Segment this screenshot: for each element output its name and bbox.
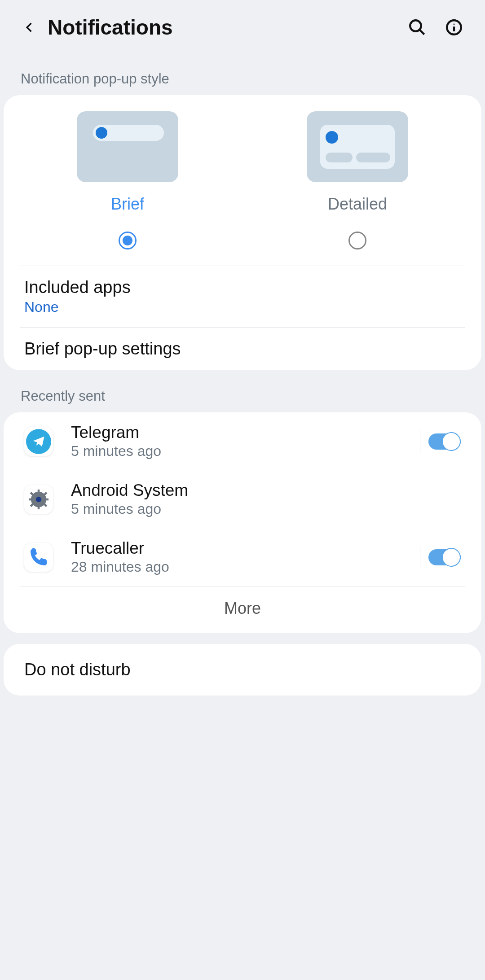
app-row-android-system[interactable]: Android System 5 minutes ago xyxy=(4,470,481,528)
toggle-truecaller[interactable] xyxy=(428,549,461,565)
search-icon[interactable] xyxy=(407,17,428,38)
app-name: Telegram xyxy=(71,423,420,442)
svg-rect-8 xyxy=(38,505,40,509)
brief-thumbnail xyxy=(77,111,178,182)
detailed-radio[interactable] xyxy=(348,232,366,249)
brief-label: Brief xyxy=(111,195,144,214)
app-time: 5 minutes ago xyxy=(71,443,420,459)
page-title: Notifications xyxy=(48,15,407,39)
svg-rect-9 xyxy=(29,498,33,500)
back-icon[interactable] xyxy=(21,18,39,36)
section-label-recent: Recently sent xyxy=(0,370,485,412)
brief-radio[interactable] xyxy=(119,232,137,249)
style-option-brief[interactable]: Brief xyxy=(42,111,213,266)
app-time: 28 minutes ago xyxy=(71,559,420,575)
header: Notifications xyxy=(0,0,485,53)
brief-popup-settings-label: Brief pop-up settings xyxy=(24,339,461,359)
toggle-telegram[interactable] xyxy=(428,433,461,450)
telegram-icon xyxy=(24,427,53,456)
detailed-label: Detailed xyxy=(328,195,387,214)
phone-icon xyxy=(24,543,53,572)
included-apps-row[interactable]: Included apps None xyxy=(4,266,481,327)
info-icon[interactable] xyxy=(444,17,464,38)
svg-rect-7 xyxy=(38,489,40,494)
do-not-disturb-row[interactable]: Do not disturb xyxy=(4,644,481,696)
more-button[interactable]: More xyxy=(4,586,481,633)
style-option-detailed[interactable]: Detailed xyxy=(272,111,443,266)
app-name: Android System xyxy=(71,481,461,500)
included-apps-title: Included apps xyxy=(24,278,461,297)
section-label-popup: Notification pop-up style xyxy=(0,53,485,95)
app-row-truecaller[interactable]: Truecaller 28 minutes ago xyxy=(4,528,481,586)
svg-point-0 xyxy=(410,20,421,31)
brief-popup-settings-row[interactable]: Brief pop-up settings xyxy=(4,328,481,370)
included-apps-value: None xyxy=(24,299,461,315)
app-name: Truecaller xyxy=(71,539,420,558)
dnd-label: Do not disturb xyxy=(24,660,461,679)
detailed-thumbnail xyxy=(307,111,408,182)
recent-card: Telegram 5 minutes ago Android System 5 … xyxy=(4,412,481,633)
app-row-telegram[interactable]: Telegram 5 minutes ago xyxy=(4,412,481,470)
gear-icon xyxy=(24,485,53,514)
svg-line-1 xyxy=(419,30,424,35)
svg-rect-10 xyxy=(44,498,48,500)
app-time: 5 minutes ago xyxy=(71,501,461,517)
svg-point-6 xyxy=(36,496,41,502)
svg-point-3 xyxy=(454,24,455,25)
popup-style-card: Brief Detailed Included apps None Brief … xyxy=(4,95,481,370)
